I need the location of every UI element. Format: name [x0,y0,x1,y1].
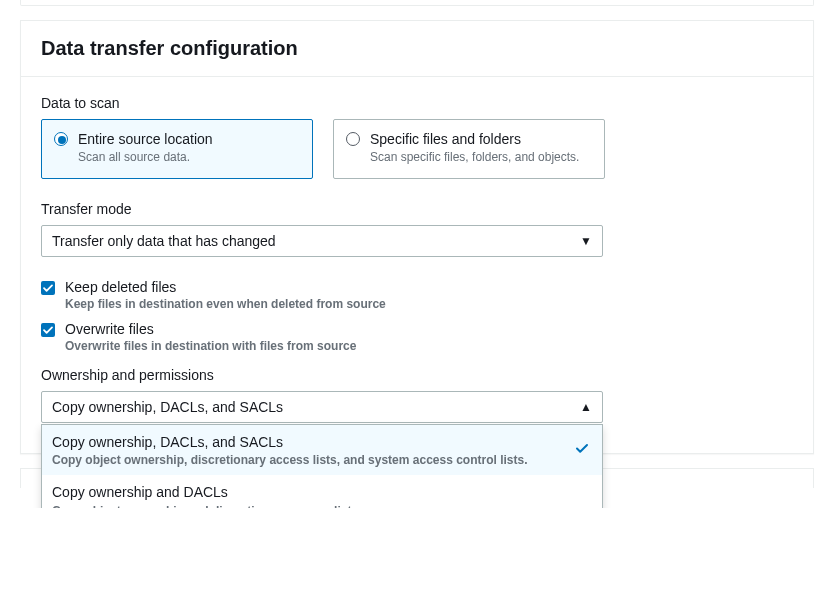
overwrite-label: Overwrite files [65,321,154,337]
overwrite-checkbox[interactable] [41,323,55,337]
checkmark-icon [42,324,54,336]
ownership-option-desc: Copy object ownership and discretionary … [52,504,566,509]
ownership-value: Copy ownership, DACLs, and SACLs [52,399,283,415]
ownership-option-1[interactable]: Copy ownership and DACLs Copy object own… [42,475,602,508]
caret-up-icon: ▲ [580,400,592,414]
ownership-option-title: Copy ownership and DACLs [52,483,566,501]
ownership-dropdown: Copy ownership, DACLs, and SACLs Copy ob… [41,424,603,508]
ownership-option-0[interactable]: Copy ownership, DACLs, and SACLs Copy ob… [42,425,602,475]
ownership-option-title: Copy ownership, DACLs, and SACLs [52,433,566,451]
tile-specific-files[interactable]: Specific files and folders Scan specific… [333,119,605,179]
radio-specific-icon[interactable] [346,132,360,146]
transfer-mode-label: Transfer mode [41,201,793,217]
tile-entire-desc: Scan all source data. [78,150,213,164]
checkmark-icon [42,282,54,294]
panel-title: Data transfer configuration [41,37,793,60]
panel-header: Data transfer configuration [21,21,813,77]
transfer-mode-value: Transfer only data that has changed [52,233,276,249]
keep-deleted-checkbox[interactable] [41,281,55,295]
check-icon [574,440,590,460]
ownership-option-desc: Copy object ownership, discretionary acc… [52,453,566,467]
overwrite-desc: Overwrite files in destination with file… [65,339,793,353]
ownership-select[interactable]: Copy ownership, DACLs, and SACLs ▲ [41,391,603,423]
radio-entire-source-icon[interactable] [54,132,68,146]
tile-specific-desc: Scan specific files, folders, and object… [370,150,579,164]
keep-deleted-label: Keep deleted files [65,279,176,295]
tile-entire-source[interactable]: Entire source location Scan all source d… [41,119,313,179]
tile-entire-title: Entire source location [78,130,213,148]
transfer-mode-select[interactable]: Transfer only data that has changed ▼ [41,225,603,257]
data-transfer-config-panel: Data transfer configuration Data to scan… [20,20,814,454]
caret-down-icon: ▼ [580,234,592,248]
keep-deleted-desc: Keep files in destination even when dele… [65,297,793,311]
tile-specific-title: Specific files and folders [370,130,579,148]
ownership-label: Ownership and permissions [41,367,793,383]
prev-panel-stub [20,0,814,6]
data-to-scan-label: Data to scan [41,95,793,111]
